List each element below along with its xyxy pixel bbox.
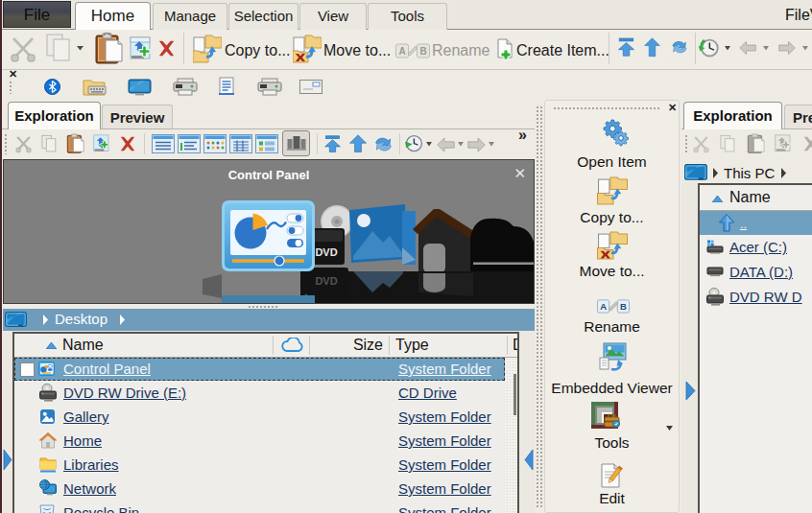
svg-text:DVD: DVD [315,275,337,287]
svg-text:A: A [398,46,405,57]
svg-text:DVD: DVD [315,246,337,258]
svg-text:B: B [620,301,627,312]
svg-text:B: B [419,46,426,57]
svg-text:A: A [600,301,607,312]
